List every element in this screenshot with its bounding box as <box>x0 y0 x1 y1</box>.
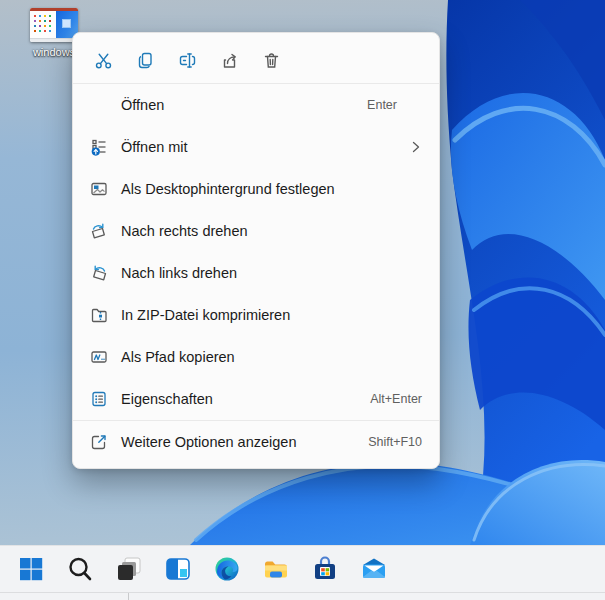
menu-item-properties[interactable]: Eigenschaften Alt+Enter <box>73 378 439 420</box>
store-button[interactable] <box>308 552 342 586</box>
open-with-icon <box>89 137 109 157</box>
menu-item-label: Öffnen mit <box>121 139 398 155</box>
menu-item-label: Nach rechts drehen <box>121 223 422 239</box>
menu-item-set-as-wallpaper[interactable]: Als Desktophintergrund festlegen <box>73 168 439 210</box>
edge-button[interactable] <box>210 552 244 586</box>
file-explorer-icon <box>262 555 290 583</box>
menu-item-open[interactable]: Öffnen Enter <box>73 84 439 126</box>
task-view-icon <box>115 555 143 583</box>
file-explorer-button[interactable] <box>259 552 293 586</box>
task-view-button[interactable] <box>112 552 146 586</box>
copy-button[interactable] <box>128 45 162 77</box>
start-icon <box>17 555 45 583</box>
cut-button[interactable] <box>86 45 120 77</box>
widgets-icon <box>164 555 192 583</box>
mail-icon <box>360 555 388 583</box>
copy-path-icon <box>89 347 109 367</box>
compress-zip-icon <box>89 305 109 325</box>
rotate-right-icon <box>89 221 109 241</box>
delete-icon <box>262 51 281 70</box>
search-button[interactable] <box>63 552 97 586</box>
menu-item-rotate-right[interactable]: Nach rechts drehen <box>73 210 439 252</box>
rename-icon <box>178 51 197 70</box>
search-icon <box>66 555 94 583</box>
copy-icon <box>136 51 155 70</box>
context-menu: Öffnen Enter Öffnen mit <box>72 32 440 469</box>
file-thumbnail <box>30 8 78 42</box>
menu-item-label: Weitere Optionen anzeigen <box>121 434 356 450</box>
start-button[interactable] <box>14 552 48 586</box>
menu-item-label: Öffnen <box>121 97 355 113</box>
share-icon <box>220 51 239 70</box>
set-wallpaper-icon <box>89 179 109 199</box>
menu-item-label: Eigenschaften <box>121 391 358 407</box>
taskbar-edge-tick <box>128 593 129 600</box>
shortcut-text: Shift+F10 <box>368 435 422 449</box>
more-options-icon <box>89 432 109 452</box>
menu-item-open-with[interactable]: Öffnen mit <box>73 126 439 168</box>
menu-item-compress-zip[interactable]: In ZIP-Datei komprimieren <box>73 294 439 336</box>
blank-icon-spacer <box>89 95 109 115</box>
rename-button[interactable] <box>170 45 204 77</box>
menu-item-label: Als Desktophintergrund festlegen <box>121 181 422 197</box>
properties-icon <box>89 389 109 409</box>
mail-button[interactable] <box>357 552 391 586</box>
edge-icon <box>213 555 241 583</box>
menu-item-label: Als Pfad kopieren <box>121 349 422 365</box>
menu-item-show-more-options[interactable]: Weitere Optionen anzeigen Shift+F10 <box>73 421 439 463</box>
taskbar <box>0 545 605 600</box>
rotate-left-icon <box>89 263 109 283</box>
share-button[interactable] <box>212 45 246 77</box>
shortcut-text: Enter <box>367 98 397 112</box>
delete-button[interactable] <box>254 45 288 77</box>
store-icon <box>311 555 339 583</box>
menu-item-copy-as-path[interactable]: Als Pfad kopieren <box>73 336 439 378</box>
shortcut-text: Alt+Enter <box>370 392 422 406</box>
menu-item-label: Nach links drehen <box>121 265 422 281</box>
cut-icon <box>94 51 113 70</box>
menu-item-rotate-left[interactable]: Nach links drehen <box>73 252 439 294</box>
quick-actions-row <box>73 38 439 83</box>
menu-item-label: In ZIP-Datei komprimieren <box>121 307 422 323</box>
widgets-button[interactable] <box>161 552 195 586</box>
chevron-right-icon <box>410 141 422 153</box>
